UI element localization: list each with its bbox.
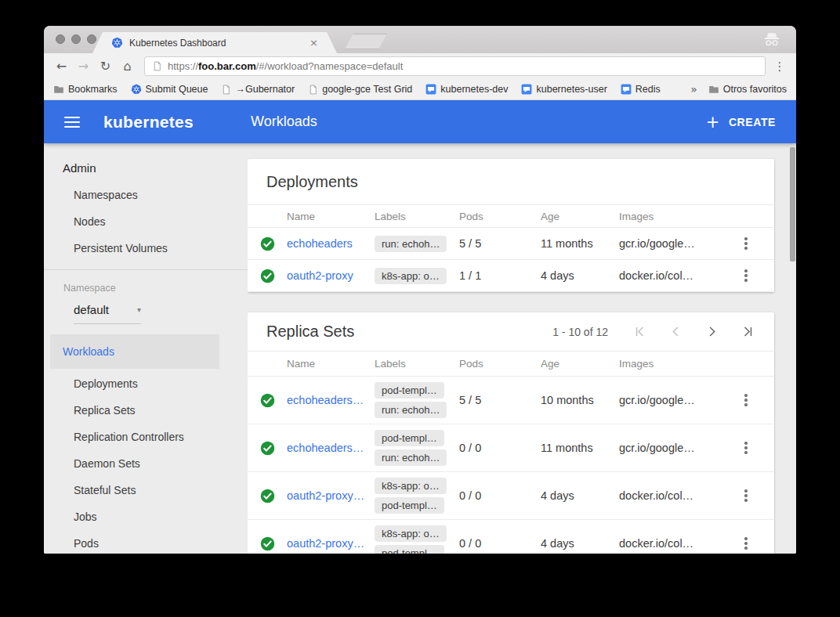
- labels-cell: k8s-app: o…: [375, 265, 459, 287]
- row-actions-menu-icon[interactable]: [744, 237, 748, 250]
- page-icon: [221, 85, 231, 95]
- last-page-icon[interactable]: [740, 324, 755, 339]
- browser-menu-icon[interactable]: ⋮: [771, 60, 788, 74]
- bookmark-kubernetes-user[interactable]: kubernetes-user: [521, 84, 606, 95]
- resource-name-link[interactable]: echoheaders…: [287, 442, 375, 454]
- sidebar-item-deployments[interactable]: Deployments: [44, 370, 248, 397]
- row-actions-menu-icon[interactable]: [744, 442, 748, 454]
- column-labels: Labels: [375, 211, 459, 222]
- row-actions-menu-icon[interactable]: [744, 489, 748, 502]
- sidebar-item-jobs[interactable]: Jobs: [44, 503, 248, 530]
- namespace-selector[interactable]: default ▾: [74, 303, 141, 324]
- browser-toolbar: ← → ↻ ⌂ https://foo.bar.com/#/workload?n…: [44, 53, 796, 79]
- folder-icon: [53, 84, 64, 95]
- bookmark-bookmarks-folder[interactable]: Bookmarks: [53, 84, 118, 95]
- first-page-icon[interactable]: [632, 324, 647, 339]
- label-chip: run: echoh…: [375, 449, 447, 466]
- sidebar-item-persistent-volumes[interactable]: Persistent Volumes: [44, 235, 248, 262]
- sidebar-item-pods[interactable]: Pods: [44, 530, 248, 554]
- sidebar-item-replica-sets[interactable]: Replica Sets: [44, 397, 248, 424]
- dashboard-page: kubernetes Workloads + CREATE Admin Name…: [44, 100, 796, 554]
- sidebar-item-replication-controllers[interactable]: Replication Controllers: [44, 424, 248, 450]
- bookmark-other-favorites[interactable]: Otros favoritos: [708, 84, 787, 95]
- deployments-card-title: Deployments: [266, 173, 358, 191]
- column-pods: Pods: [459, 358, 541, 370]
- pods-cell: 1 / 1: [459, 269, 541, 282]
- images-cell: docker.io/col…: [619, 489, 730, 502]
- column-name: Name: [287, 211, 375, 222]
- namespace-label: Namespace: [44, 273, 248, 297]
- bookmark-kubernetes-dev[interactable]: kubernetes-dev: [425, 84, 508, 95]
- column-images: Images: [619, 358, 730, 370]
- label-chip: k8s-app: o…: [375, 268, 447, 284]
- table-row: oauth2-proxy… k8s-app: o…pod-templ… 0 / …: [248, 520, 774, 554]
- bookmark-label: Bookmarks: [68, 84, 118, 95]
- table-row: echoheaders… pod-templ…run: echoh… 5 / 5…: [248, 377, 774, 424]
- age-cell: 11 months: [541, 442, 619, 454]
- bookmark-label: google-gce Test Grid: [322, 84, 412, 95]
- url-host: foo.bar.com: [198, 60, 256, 72]
- label-chip: k8s-app: o…: [375, 478, 447, 494]
- row-actions-menu-icon[interactable]: [744, 394, 748, 406]
- bookmarks-bar: Bookmarks Submit Queue →Gubernator googl…: [44, 79, 796, 100]
- resource-name-link[interactable]: echoheaders: [287, 237, 375, 250]
- sidebar-item-namespaces[interactable]: Namespaces: [44, 182, 248, 208]
- row-actions-menu-icon[interactable]: [744, 269, 748, 282]
- next-page-icon[interactable]: [704, 324, 719, 339]
- close-window-button[interactable]: [56, 34, 65, 44]
- bookmark-submit-queue[interactable]: Submit Queue: [131, 84, 208, 95]
- kubernetes-favicon: [111, 37, 123, 49]
- new-tab-button[interactable]: [345, 34, 387, 49]
- label-chip: pod-templ…: [375, 497, 444, 514]
- sidebar-item-workloads[interactable]: Workloads: [50, 334, 219, 369]
- sidebar-item-nodes[interactable]: Nodes: [44, 208, 248, 235]
- table-row: echoheaders run: echoh… 5 / 5 11 months …: [248, 228, 774, 260]
- bookmark-label: Otros favoritos: [723, 84, 787, 95]
- address-bar[interactable]: https://foo.bar.com/#/workload?namespace…: [144, 56, 766, 76]
- minimize-window-button[interactable]: [71, 34, 81, 44]
- age-cell: 11 months: [541, 237, 619, 250]
- namespace-value: default: [74, 303, 109, 316]
- pods-cell: 0 / 0: [459, 442, 541, 454]
- bookmark-redis[interactable]: Redis: [621, 84, 661, 95]
- images-cell: docker.io/col…: [619, 269, 730, 282]
- browser-tab[interactable]: Kubernetes Dashboard ×: [92, 32, 337, 53]
- resource-name-link[interactable]: oauth2-proxy: [287, 269, 375, 282]
- status-ok-icon: [260, 441, 287, 456]
- pods-cell: 5 / 5: [459, 394, 541, 406]
- sidebar-item-admin[interactable]: Admin: [44, 154, 248, 182]
- create-button[interactable]: + CREATE: [706, 116, 776, 128]
- sidebar-item-daemon-sets[interactable]: Daemon Sets: [44, 450, 248, 477]
- bookmark-google-gce-test-grid[interactable]: google-gce Test Grid: [308, 84, 412, 95]
- page-scrollbar[interactable]: [790, 147, 795, 262]
- tab-close-icon[interactable]: ×: [310, 37, 318, 49]
- refresh-icon[interactable]: ↻: [96, 59, 115, 74]
- hamburger-menu-icon[interactable]: [64, 117, 80, 128]
- browser-window: Kubernetes Dashboard × ← → ↻ ⌂ https://f…: [44, 26, 796, 554]
- replica-sets-table-body: echoheaders… pod-templ…run: echoh… 5 / 5…: [248, 377, 774, 554]
- resource-name-link[interactable]: oauth2-proxy…: [287, 537, 375, 550]
- page-icon: [308, 85, 318, 95]
- resource-name-link[interactable]: echoheaders…: [287, 394, 375, 406]
- url-scheme: https://: [168, 60, 198, 72]
- bookmark-gubernator[interactable]: →Gubernator: [221, 84, 295, 95]
- app-logo[interactable]: kubernetes: [103, 113, 194, 132]
- previous-page-icon[interactable]: [668, 324, 683, 339]
- replica-sets-card: Replica Sets 1 - 10 of 12: [248, 312, 774, 554]
- zoom-window-button[interactable]: [87, 34, 96, 44]
- url-path: /#/workload?namespace=default: [256, 60, 404, 72]
- home-icon[interactable]: ⌂: [118, 59, 137, 74]
- row-actions-menu-icon[interactable]: [744, 537, 748, 550]
- sidebar-item-stateful-sets[interactable]: Stateful Sets: [44, 477, 248, 503]
- main-content: Deployments Name Labels Pods Age Images …: [248, 143, 796, 554]
- replica-sets-card-title: Replica Sets: [266, 323, 354, 341]
- pods-cell: 0 / 0: [459, 537, 541, 550]
- kubernetes-icon: [131, 84, 142, 95]
- forward-icon[interactable]: →: [74, 59, 93, 74]
- groups-icon: [621, 84, 632, 95]
- resource-name-link[interactable]: oauth2-proxy…: [287, 489, 375, 502]
- back-icon[interactable]: ←: [52, 59, 71, 74]
- groups-icon: [425, 84, 436, 95]
- age-cell: 4 days: [541, 269, 619, 282]
- bookmarks-overflow-icon[interactable]: »: [690, 83, 697, 96]
